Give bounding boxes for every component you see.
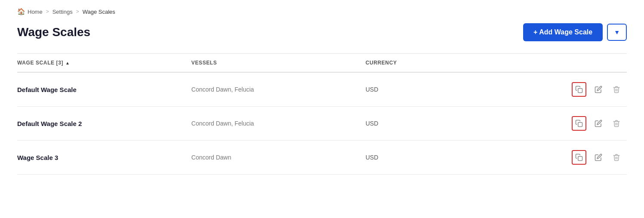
row2-actions	[540, 116, 627, 131]
row3-vessels: Concord Dawn	[191, 154, 366, 161]
row3-currency: USD	[366, 154, 540, 161]
col-label-vessels: VESSELS	[191, 60, 217, 66]
header-row: Wage Scales + Add Wage Scale ▼	[17, 23, 627, 41]
breadcrumb: 🏠 Home > Settings > Wage Scales	[17, 8, 627, 15]
page-title: Wage Scales	[17, 25, 90, 39]
delete-button-3[interactable]	[610, 151, 622, 163]
table-row: Default Wage Scale Concord Dawn, Felucia…	[17, 73, 627, 107]
edit-button-2[interactable]	[592, 117, 604, 129]
col-header-vessels: VESSELS	[191, 60, 366, 66]
sort-arrow-icon: ▲	[65, 61, 70, 65]
row2-name: Default Wage Scale 2	[17, 120, 191, 127]
row3-actions	[540, 150, 627, 165]
table-row: Default Wage Scale 2 Concord Dawn, Feluc…	[17, 107, 627, 141]
delete-button-2[interactable]	[610, 117, 622, 129]
edit-button-1[interactable]	[592, 83, 604, 95]
row2-copy-wrap	[572, 116, 586, 131]
breadcrumb-settings[interactable]: Settings	[52, 9, 73, 15]
copy-button-3[interactable]	[574, 152, 584, 163]
col-header-wage-scale: WAGE SCALE [3] ▲	[17, 60, 191, 66]
copy-button-1[interactable]	[574, 84, 584, 95]
row1-copy-wrap	[572, 82, 586, 97]
header-actions: + Add Wage Scale ▼	[523, 23, 627, 41]
row1-actions	[540, 82, 627, 97]
copy-icon-highlight-2	[572, 116, 586, 131]
svg-rect-2	[578, 157, 582, 161]
col-header-actions	[540, 60, 627, 66]
table-row: Wage Scale 3 Concord Dawn USD	[17, 141, 627, 175]
svg-rect-0	[578, 89, 582, 93]
row3-name: Wage Scale 3	[17, 154, 191, 161]
filter-button[interactable]: ▼	[607, 24, 627, 41]
row3-copy-wrap	[572, 150, 586, 165]
copy-button-2[interactable]	[574, 118, 584, 129]
table-header: WAGE SCALE [3] ▲ VESSELS CURRENCY	[17, 54, 627, 73]
breadcrumb-current: Wage Scales	[83, 9, 115, 15]
add-wage-scale-button[interactable]: + Add Wage Scale	[523, 23, 603, 41]
svg-rect-1	[578, 123, 582, 127]
col-label-wage-scale: WAGE SCALE [3]	[17, 60, 63, 66]
home-icon: 🏠	[17, 8, 25, 15]
breadcrumb-home[interactable]: 🏠 Home	[17, 8, 43, 15]
row1-vessels: Concord Dawn, Felucia	[191, 86, 366, 93]
wage-scales-table: WAGE SCALE [3] ▲ VESSELS CURRENCY Defaul…	[17, 54, 627, 175]
col-header-currency: CURRENCY	[366, 60, 540, 66]
delete-button-1[interactable]	[610, 83, 622, 95]
row2-currency: USD	[366, 120, 540, 127]
row1-name: Default Wage Scale	[17, 86, 191, 93]
breadcrumb-sep-1: >	[46, 9, 49, 15]
copy-icon-highlight-1	[572, 82, 586, 97]
page-container: 🏠 Home > Settings > Wage Scales Wage Sca…	[0, 0, 644, 192]
row1-currency: USD	[366, 86, 540, 93]
filter-icon: ▼	[614, 29, 620, 36]
row2-vessels: Concord Dawn, Felucia	[191, 120, 366, 127]
edit-button-3[interactable]	[592, 151, 604, 163]
col-label-currency: CURRENCY	[366, 60, 397, 66]
breadcrumb-sep-2: >	[76, 9, 79, 15]
copy-icon-highlight-3	[572, 150, 586, 165]
breadcrumb-home-label: Home	[28, 9, 43, 15]
